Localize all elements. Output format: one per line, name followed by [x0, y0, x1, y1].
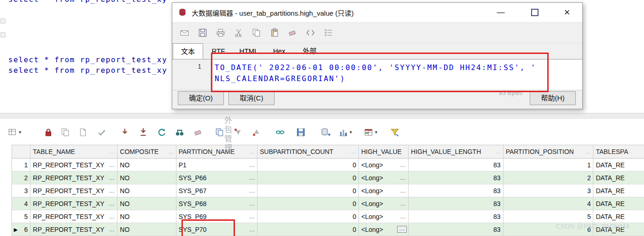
cell-partition-name[interactable]: SYS_P67…	[176, 184, 258, 197]
copy-icon[interactable]	[252, 28, 262, 38]
cell-high-value-length[interactable]: 83	[409, 171, 503, 184]
column-header-high-value-length[interactable]: HIGH_VALUE_LENGTH…	[409, 145, 503, 158]
cell-high-value-length[interactable]: 83	[409, 223, 503, 236]
cell-tablespace[interactable]: DATA_RE	[593, 184, 644, 197]
fetch-last-page-icon[interactable]	[138, 127, 148, 137]
cell-subpartition-count[interactable]: 0	[258, 197, 359, 210]
resize-dots-icon[interactable]: …	[496, 150, 501, 153]
grid-options-icon[interactable]	[7, 127, 18, 137]
save-icon[interactable]	[198, 28, 208, 38]
cell-subpartition-count[interactable]: 0	[258, 223, 359, 236]
cell-table-name[interactable]: RP_REPORT_TEST_XY…	[30, 223, 117, 236]
save-results-icon[interactable]	[296, 127, 306, 137]
open-icon[interactable]	[180, 28, 190, 38]
refresh-icon[interactable]	[157, 127, 167, 137]
chevron-down-icon[interactable]: ▾	[375, 130, 377, 135]
cell-ellipsis-button[interactable]: …	[247, 163, 255, 167]
dialog-titlebar[interactable]: 大数据编辑器 - user_tab_partitions.high_value …	[172, 3, 582, 23]
row-number-cell[interactable]: 1	[12, 159, 30, 171]
cell-partition-name[interactable]: SYS_P66…	[176, 171, 258, 184]
row-number-cell[interactable]: 3	[12, 184, 30, 197]
cell-partition-position[interactable]: 3	[503, 184, 594, 197]
column-header-high-value[interactable]: HIGH_VALUE	[359, 145, 409, 158]
cell-high-value[interactable]: <Long>…	[359, 184, 409, 197]
cell-ellipsis-button[interactable]: …	[107, 214, 115, 219]
ok-button[interactable]: 确定(O)	[178, 91, 224, 105]
cell-partition-position[interactable]: 5	[503, 210, 594, 223]
cell-subpartition-count[interactable]: 0	[258, 171, 359, 184]
cell-partition-name[interactable]: P1…	[176, 159, 258, 171]
cell-ellipsis-button[interactable]: …	[397, 226, 407, 233]
filter-icon[interactable]	[390, 127, 400, 137]
cell-tablespace[interactable]: DATA_RE	[593, 171, 644, 184]
resize-dots-icon[interactable]: …	[585, 150, 591, 153]
cancel-button[interactable]: 取消(C)	[228, 91, 275, 105]
cell-table-name[interactable]: RP_REPORT_TEST_XY…	[30, 210, 117, 223]
cell-high-value-length[interactable]: 83	[409, 159, 503, 171]
resize-dots-icon[interactable]: …	[169, 150, 174, 153]
column-header-tablespace[interactable]: TABLESPA	[593, 145, 644, 158]
row-number-cell[interactable]: 4	[12, 197, 30, 210]
cell-table-name[interactable]: RP_REPORT_TEST_XY…	[30, 197, 117, 210]
cell-ellipsis-button[interactable]: …	[107, 227, 115, 232]
sort-lines-icon[interactable]	[323, 28, 334, 38]
cell-ellipsis-button[interactable]: …	[107, 176, 115, 180]
cell-ellipsis-button[interactable]: …	[107, 163, 115, 167]
cell-composite[interactable]: NO	[117, 184, 176, 197]
clear-icon[interactable]	[287, 28, 298, 38]
cell-table-name[interactable]: RP_REPORT_TEST_XY…	[30, 184, 117, 197]
cell-ellipsis-button[interactable]: …	[247, 201, 255, 206]
column-header-composite[interactable]: COMPOSITE…	[117, 145, 176, 158]
cell-partition-position[interactable]: 4	[503, 197, 594, 210]
cell-subpartition-count[interactable]: 0	[258, 184, 359, 197]
copy-icon[interactable]	[60, 127, 70, 137]
row-number-cell[interactable]: 5	[12, 210, 30, 223]
cell-high-value-length[interactable]: 83	[409, 210, 503, 223]
cut-icon[interactable]	[234, 28, 244, 38]
print-icon[interactable]	[216, 28, 226, 38]
resize-dots-icon[interactable]: …	[110, 150, 115, 153]
cell-partition-position[interactable]: 1	[503, 159, 594, 171]
cell-table-name[interactable]: RP_REPORT_TEST_XY…	[30, 171, 117, 184]
cell-ellipsis-button[interactable]: …	[398, 176, 406, 180]
row-number-cell[interactable]: ▶6	[12, 223, 30, 236]
chart-icon[interactable]	[338, 127, 348, 137]
cell-ellipsis-button[interactable]: …	[247, 189, 255, 193]
cell-partition-name[interactable]: SYS_P68…	[176, 197, 258, 210]
cell-subpartition-count[interactable]: 0	[258, 210, 359, 223]
maximize-button[interactable]	[524, 3, 545, 22]
chevron-down-icon[interactable]: ▾	[19, 130, 21, 135]
report-table-icon[interactable]	[363, 127, 374, 137]
cell-high-value[interactable]: <Long>…	[359, 197, 409, 210]
paste-icon[interactable]	[269, 28, 280, 38]
fetch-next-page-icon[interactable]	[120, 127, 130, 137]
export-database-icon[interactable]	[321, 127, 331, 137]
cell-partition-position[interactable]: 2	[503, 171, 594, 184]
lock-icon[interactable]	[43, 127, 53, 137]
panel-splitter[interactable]	[0, 113, 644, 119]
cell-composite[interactable]: NO	[117, 223, 176, 236]
cell-high-value-length[interactable]: 83	[409, 184, 503, 197]
cell-tablespace[interactable]: DATA_RE	[593, 159, 644, 171]
cell-ellipsis-button[interactable]: …	[398, 201, 406, 206]
column-header-partition-name[interactable]: PARTITION_NAME…	[176, 145, 258, 158]
close-button[interactable]: ×	[556, 3, 578, 22]
clear-icon[interactable]	[193, 127, 203, 137]
cell-ellipsis-button[interactable]: …	[107, 189, 115, 193]
cell-ellipsis-button[interactable]: …	[398, 163, 406, 167]
code-icon[interactable]	[305, 28, 316, 38]
tab-text[interactable]: 文本	[173, 43, 203, 59]
link-query-icon[interactable]	[275, 127, 285, 137]
column-header-table-name[interactable]: TABLE_NAME…	[30, 145, 117, 158]
cell-high-value-length[interactable]: 83	[409, 197, 503, 210]
chevron-down-icon[interactable]: ▾	[350, 130, 352, 135]
cell-composite[interactable]: NO	[117, 171, 176, 184]
resize-dots-icon[interactable]: …	[250, 150, 255, 153]
cell-ellipsis-button[interactable]: …	[247, 214, 255, 219]
cell-table-name[interactable]: RP_REPORT_TEST_XY…	[30, 159, 117, 171]
find-icon[interactable]	[175, 127, 185, 137]
commit-icon[interactable]	[97, 127, 107, 137]
cell-ellipsis-button[interactable]: …	[247, 227, 255, 232]
cell-tablespace[interactable]: DATA_RE	[593, 197, 644, 210]
cell-high-value[interactable]: <Long>…	[359, 171, 409, 184]
